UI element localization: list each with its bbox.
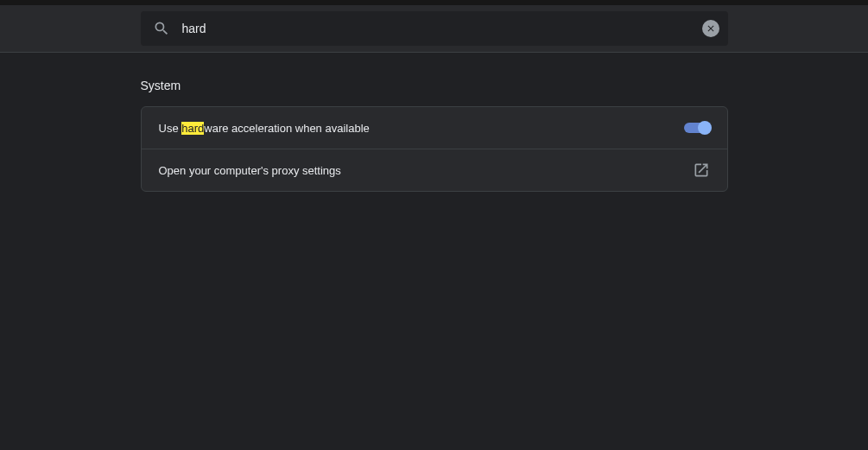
hwaccel-label-post: ware acceleration when available	[204, 122, 370, 135]
open-external-icon	[693, 162, 710, 179]
search-bar-container	[0, 5, 868, 53]
search-bar	[141, 11, 728, 46]
toggle-thumb	[698, 121, 712, 135]
hwaccel-label-pre: Use	[159, 122, 182, 135]
hardware-acceleration-label: Use hardware acceleration when available	[159, 122, 370, 135]
search-input[interactable]	[182, 22, 702, 35]
proxy-settings-label: Open your computer's proxy settings	[159, 164, 341, 177]
search-highlight: hard	[181, 122, 204, 135]
proxy-settings-row[interactable]: Open your computer's proxy settings	[142, 149, 727, 191]
section-title-system: System	[141, 79, 728, 92]
close-icon	[706, 23, 716, 34]
hardware-acceleration-toggle[interactable]	[684, 123, 710, 133]
hardware-acceleration-row: Use hardware acceleration when available	[142, 107, 727, 149]
search-icon	[153, 20, 170, 37]
clear-search-button[interactable]	[702, 20, 719, 37]
content-inner: System Use hardware acceleration when av…	[141, 79, 728, 192]
content-area: System Use hardware acceleration when av…	[0, 53, 868, 192]
system-settings-card: Use hardware acceleration when available…	[141, 106, 728, 192]
